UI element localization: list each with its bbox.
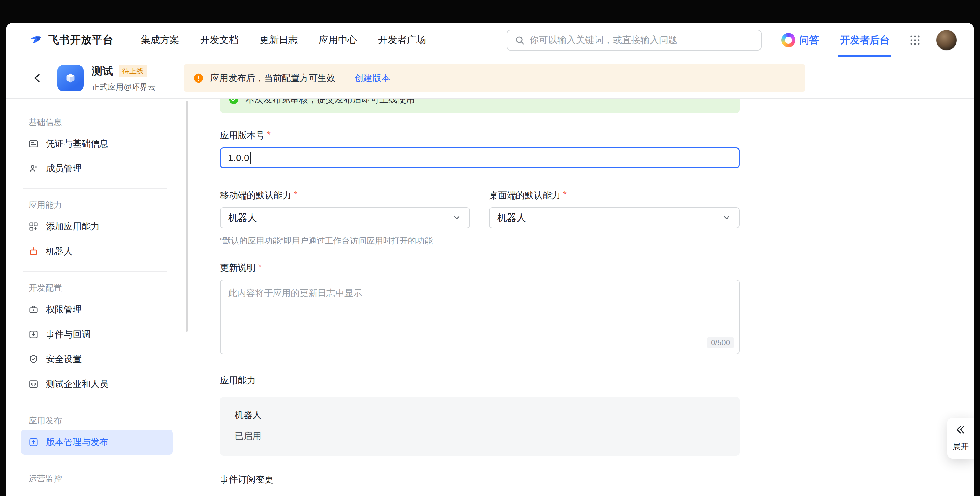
nav-item-integration[interactable]: 集成方案 (141, 33, 179, 46)
version-value: 1.0.0 (228, 153, 249, 163)
back-button[interactable] (31, 72, 44, 84)
sidebar-item-label: 成员管理 (46, 162, 82, 175)
desktop-capability-select[interactable]: 机器人 (489, 207, 740, 228)
nav-item-app-center[interactable]: 应用中心 (319, 33, 357, 46)
sidebar-item-label: 事件与回调 (46, 328, 91, 340)
nav-item-changelog[interactable]: 更新日志 (259, 33, 298, 46)
capability-panel: 机器人 已启用 (220, 397, 740, 456)
qa-ai-icon (781, 33, 795, 47)
sidebar-item-label: 凭证与基础信息 (46, 138, 108, 150)
sidebar-scrollbar[interactable] (186, 101, 188, 332)
user-avatar[interactable] (936, 30, 957, 51)
chevron-down-icon (452, 213, 461, 223)
required-asterisk: * (258, 262, 262, 272)
event-section-title: 事件订阅变更 (220, 473, 740, 485)
sidebar-item-add-capability[interactable]: 添加应用能力 (21, 214, 173, 239)
release-form: 本次发布免审核，提交发布后即可上线使用 应用版本号 * 1.0.0 移动端的默认… (220, 99, 740, 496)
sidebar-item-events[interactable]: 事件与回调 (21, 322, 173, 347)
sidebar-item-test-org[interactable]: 测试企业和人员 (21, 372, 173, 397)
shield-icon (28, 354, 39, 365)
sidebar-section-release: 应用发布 (21, 411, 191, 430)
version-input[interactable]: 1.0.0 (220, 147, 740, 168)
sidebar-item-label: 安全设置 (46, 353, 82, 365)
mobile-capability-select[interactable]: 机器人 (220, 207, 470, 228)
nav-item-docs[interactable]: 开发文档 (200, 33, 239, 46)
qa-label: 问答 (799, 33, 819, 47)
required-asterisk: * (294, 189, 298, 200)
body-region: 基础信息 凭证与基础信息 成员管理 应用能力 (6, 99, 974, 496)
notes-textarea[interactable] (220, 280, 740, 354)
browser-window: 飞书开放平台 集成方案 开发文档 更新日志 应用中心 开发者广场 问答 开发者后… (6, 23, 974, 496)
desktop-capability-label: 桌面端的默认能力 * (489, 189, 740, 202)
id-card-icon (28, 138, 39, 149)
sidebar-item-label: 机器人 (46, 245, 73, 258)
primary-nav: 集成方案 开发文档 更新日志 应用中心 开发者广场 (141, 33, 426, 46)
text-caret (250, 152, 251, 164)
brand-name: 飞书开放平台 (48, 33, 113, 47)
console-label: 开发者后台 (840, 33, 889, 47)
sidebar-section-monitoring: 运营监控 (21, 469, 191, 488)
sidebar-divider (23, 188, 167, 189)
sidebar-item-members[interactable]: 成员管理 (21, 156, 173, 181)
app-subtitle: 正式应用@环界云 (92, 82, 156, 92)
mobile-capability-value: 机器人 (228, 211, 257, 224)
global-search[interactable] (507, 30, 762, 51)
brand[interactable]: 飞书开放平台 (29, 33, 113, 47)
create-version-link[interactable]: 创建版本 (355, 72, 390, 84)
sidebar-divider (23, 461, 167, 462)
permission-icon (28, 304, 39, 315)
double-chevron-left-icon (955, 424, 966, 436)
sidebar-divider (23, 271, 167, 272)
expand-panel-button[interactable]: 展开 (948, 418, 974, 459)
mobile-capability-label: 移动端的默认能力 * (220, 189, 470, 202)
version-label: 应用版本号 * (220, 129, 740, 141)
success-banner-text: 本次发布免审核，提交发布后即可上线使用 (245, 99, 415, 105)
notes-label: 更新说明 * (220, 262, 740, 274)
nav-item-dev-plaza[interactable]: 开发者广场 (378, 33, 426, 46)
sidebar-item-permissions[interactable]: 权限管理 (21, 297, 173, 322)
app-icon (57, 65, 84, 91)
sidebar-item-security[interactable]: 安全设置 (21, 347, 173, 372)
qa-button[interactable]: 问答 (781, 33, 819, 47)
sidebar-item-label: 测试企业和人员 (46, 378, 108, 390)
member-icon (28, 163, 39, 174)
sidebar-section-capability: 应用能力 (21, 196, 191, 214)
search-input[interactable] (530, 35, 754, 45)
sidebar-section-dev-config: 开发配置 (21, 278, 191, 297)
capability-name: 机器人 (235, 409, 725, 421)
main-content: 本次发布免审核，提交发布后即可上线使用 应用版本号 * 1.0.0 移动端的默认… (191, 99, 974, 496)
top-header: 飞书开放平台 集成方案 开发文档 更新日志 应用中心 开发者广场 问答 开发者后… (6, 23, 974, 57)
sidebar-item-version-release[interactable]: 版本管理与发布 (21, 430, 173, 455)
desktop-capability-value: 机器人 (497, 211, 526, 224)
app-meta: 测试 待上线 正式应用@环界云 (92, 64, 156, 92)
apps-grid-icon[interactable] (908, 34, 921, 46)
sidebar-section-basic: 基础信息 (21, 113, 191, 131)
required-asterisk: * (563, 189, 566, 200)
char-counter: 0/500 (707, 337, 734, 348)
warning-icon (193, 73, 204, 84)
required-asterisk: * (267, 129, 270, 140)
code-brackets-icon (28, 379, 39, 389)
warning-text: 应用发布后，当前配置方可生效 (210, 72, 336, 84)
app-name: 测试 (92, 64, 113, 78)
success-banner: 本次发布免审核，提交发布后即可上线使用 (220, 99, 740, 113)
active-tab-indicator (838, 55, 891, 57)
release-up-arrow-icon (28, 437, 39, 448)
capability-status: 已启用 (235, 430, 725, 442)
sidebar-item-label: 版本管理与发布 (46, 436, 108, 448)
tab-developer-console[interactable]: 开发者后台 (840, 23, 889, 57)
default-capability-row: 移动端的默认能力 * 机器人 桌面端的默认能力 * (220, 189, 740, 228)
sidebar-item-credentials[interactable]: 凭证与基础信息 (21, 131, 173, 156)
notes-field: 0/500 (220, 280, 740, 354)
expander-label: 展开 (948, 441, 974, 452)
app-bar: 测试 待上线 正式应用@环界云 应用发布后，当前配置方可生效 创建版本 (6, 57, 974, 99)
search-icon (514, 35, 525, 46)
robot-icon (28, 246, 39, 257)
header-right: 问答 开发者后台 (762, 23, 957, 57)
default-capability-hint: “默认的应用功能”即用户通过工作台访问应用时打开的功能 (220, 235, 740, 246)
sidebar-item-bot[interactable]: 机器人 (21, 239, 173, 264)
event-callback-icon (28, 329, 39, 340)
sidebar-item-label: 添加应用能力 (46, 221, 99, 233)
sidebar-item-label: 权限管理 (46, 304, 82, 316)
success-check-icon (228, 99, 239, 105)
